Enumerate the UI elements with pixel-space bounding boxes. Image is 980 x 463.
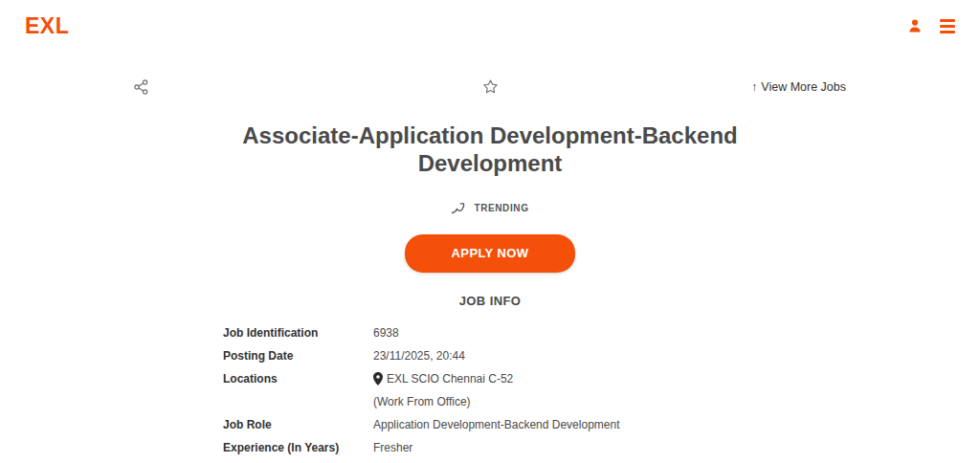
info-value: EXL SCIO Chennai C-52(Work From Office) [373,367,513,413]
info-value-secondary: (Work From Office) [373,390,513,413]
info-value-text: Application Development-Backend Developm… [373,413,619,436]
info-label: Job Identification [223,321,373,344]
info-row: Experience (In Years)Fresher [223,436,846,459]
app-header: EXL [0,0,980,42]
share-icon [134,79,148,95]
view-more-jobs-link[interactable]: ↑ View More Jobs [751,80,846,94]
view-more-jobs-label: View More Jobs [761,80,846,94]
up-arrow-icon: ↑ [751,80,757,94]
info-value: Application Development-Backend Developm… [373,413,619,436]
trending-label: TRENDING [474,203,528,213]
user-account-button[interactable] [907,18,923,33]
info-row: Job RoleApplication Development-Backend … [223,413,846,436]
info-value-text: 6938 [373,321,399,344]
info-label: Job Role [223,413,373,436]
job-page: ↑ View More Jobs Associate-Application D… [134,78,846,459]
job-title: Associate-Application Development-Backen… [203,121,777,178]
info-row: Job Identification6938 [223,321,846,344]
trending-up-icon [451,202,465,214]
info-value: Fresher [373,436,412,459]
info-label: Experience (In Years) [223,436,373,459]
exl-logo[interactable]: EXL [25,13,69,39]
info-value-text: Fresher [373,436,412,459]
job-actions-row: ↑ View More Jobs [134,78,846,95]
menu-icon[interactable] [940,19,955,33]
star-icon [482,78,499,95]
trending-badge: TRENDING [134,202,846,214]
info-label: Locations [223,367,373,390]
share-button[interactable] [134,79,148,95]
location-pin-icon [373,372,383,386]
info-value: 23/11/2025, 20:44 [373,344,465,367]
favorite-button[interactable] [482,78,499,95]
info-row: Posting Date23/11/2025, 20:44 [223,344,846,367]
info-value-text: 23/11/2025, 20:44 [373,344,465,367]
person-icon [907,18,923,33]
header-actions [907,18,955,33]
job-info-heading: JOB INFO [134,294,846,308]
info-value-text: EXL SCIO Chennai C-52 [387,367,513,390]
job-info-table: Job Identification6938Posting Date23/11/… [134,321,846,459]
info-value: 6938 [373,321,399,344]
info-label: Posting Date [223,344,373,367]
apply-now-button[interactable]: APPLY NOW [405,234,575,273]
info-row: LocationsEXL SCIO Chennai C-52(Work From… [223,367,846,413]
